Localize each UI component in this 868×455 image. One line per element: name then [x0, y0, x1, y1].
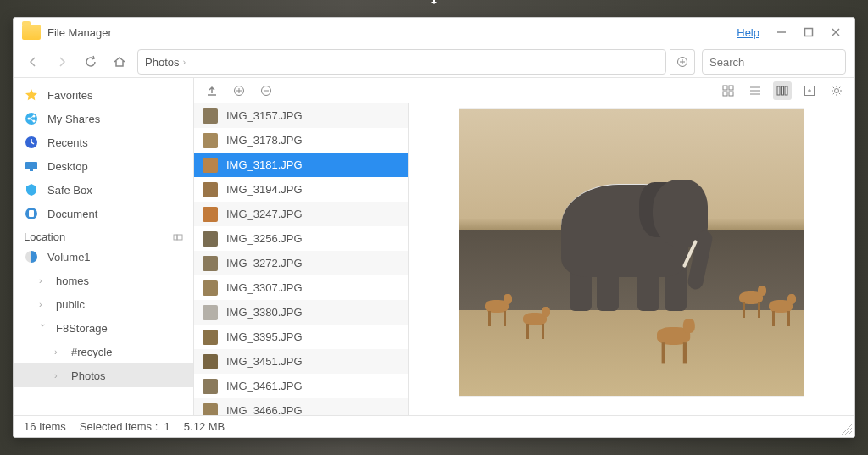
- svg-rect-21: [177, 235, 182, 240]
- file-thumbnail: [203, 182, 218, 197]
- back-button[interactable]: [22, 51, 44, 73]
- sidebar-item-desktop[interactable]: Desktop: [14, 154, 193, 178]
- sidebar-item-label: Desktop: [47, 160, 88, 173]
- file-name: IMG_3178.JPG: [226, 134, 303, 147]
- file-manager-window: File Manager Help Photos › Favorites: [13, 17, 855, 438]
- sidebar-item-homes[interactable]: › homes: [14, 269, 193, 292]
- file-name: IMG_3380.JPG: [226, 306, 303, 319]
- new-button[interactable]: [230, 81, 248, 100]
- sidebar-item-label: My Shares: [47, 113, 100, 125]
- breadcrumb-current[interactable]: Photos: [145, 56, 179, 69]
- file-name: IMG_3451.JPG: [226, 355, 303, 368]
- sidebar-item-document[interactable]: Document: [14, 202, 193, 225]
- file-row[interactable]: IMG_3256.JPG: [194, 226, 408, 251]
- home-button[interactable]: [108, 51, 131, 73]
- minimize-button[interactable]: [771, 22, 792, 42]
- file-list[interactable]: IMG_3157.JPGIMG_3178.JPGIMG_3181.JPGIMG_…: [194, 103, 409, 415]
- svg-point-9: [25, 113, 37, 125]
- sidebar-item-label: Recents: [47, 136, 88, 149]
- app-folder-icon: [22, 25, 41, 40]
- sidebar: Favorites My Shares Recents Desktop Safe…: [14, 78, 194, 415]
- svg-rect-37: [785, 86, 787, 95]
- search-box[interactable]: [702, 49, 846, 75]
- chevron-down-icon: ›: [38, 324, 48, 332]
- preview-pane: [409, 103, 854, 415]
- file-thumbnail: [203, 330, 218, 345]
- share-icon: [24, 111, 39, 126]
- sidebar-item-favorites[interactable]: Favorites: [14, 83, 193, 107]
- file-name: IMG_3256.JPG: [226, 232, 303, 245]
- file-name: IMG_3461.JPG: [226, 380, 303, 392]
- help-link[interactable]: Help: [737, 26, 760, 39]
- file-name: IMG_3247.JPG: [226, 208, 303, 220]
- new-tab-button[interactable]: [670, 49, 695, 75]
- file-name: IMG_3307.JPG: [226, 281, 303, 294]
- chevron-right-icon: ›: [54, 347, 63, 357]
- file-thumbnail: [203, 231, 218, 247]
- file-name: IMG_3272.JPG: [226, 257, 303, 269]
- preview-image[interactable]: [459, 108, 804, 397]
- file-thumbnail: [203, 108, 218, 124]
- file-row[interactable]: IMG_3181.JPG: [194, 153, 408, 177]
- file-row[interactable]: IMG_3247.JPG: [194, 202, 408, 226]
- file-row[interactable]: IMG_3380.JPG: [194, 300, 408, 325]
- maximize-button[interactable]: [798, 22, 819, 42]
- status-selected: Selected items : 1: [80, 420, 170, 433]
- content-toolbar: [194, 78, 854, 103]
- sidebar-item-label: Safe Box: [47, 184, 92, 197]
- file-thumbnail: [203, 379, 218, 394]
- svg-rect-35: [777, 86, 780, 95]
- file-row[interactable]: IMG_3157.JPG: [194, 103, 408, 128]
- file-row[interactable]: IMG_3272.JPG: [194, 251, 408, 275]
- sidebar-item-label: F8Storage: [56, 322, 108, 335]
- upload-button[interactable]: [203, 81, 221, 100]
- resize-handle-icon[interactable]: [841, 424, 853, 436]
- clock-icon: [24, 135, 39, 150]
- sidebar-item-label: homes: [56, 275, 89, 287]
- sidebar-item-public[interactable]: › public: [14, 292, 193, 316]
- chevron-right-icon: ›: [39, 299, 47, 309]
- add-panel-button[interactable]: [800, 81, 819, 100]
- file-name: IMG_3157.JPG: [226, 109, 303, 122]
- titlebar[interactable]: File Manager Help: [14, 18, 854, 47]
- file-row[interactable]: IMG_3178.JPG: [194, 128, 408, 153]
- search-input[interactable]: [709, 56, 852, 69]
- forward-button[interactable]: [51, 51, 73, 73]
- close-button[interactable]: [826, 22, 846, 42]
- file-row[interactable]: IMG_3194.JPG: [194, 177, 408, 202]
- sidebar-item-f8storage[interactable]: › F8Storage: [14, 316, 193, 340]
- file-row[interactable]: IMG_3395.JPG: [194, 325, 408, 349]
- file-thumbnail: [203, 305, 218, 320]
- sidebar-item-volume1[interactable]: Volume1: [14, 245, 193, 269]
- sidebar-item-myshares[interactable]: My Shares: [14, 107, 193, 130]
- svg-rect-31: [729, 92, 733, 96]
- sidebar-item-photos[interactable]: › Photos: [14, 363, 193, 387]
- status-bar: 16 Items Selected items : 1 5.12 MB: [14, 415, 854, 437]
- file-row[interactable]: IMG_3451.JPG: [194, 349, 408, 374]
- file-row[interactable]: IMG_3466.JPG: [194, 398, 408, 415]
- path-bar[interactable]: Photos ›: [137, 49, 666, 75]
- column-view-button[interactable]: [773, 81, 792, 100]
- star-icon: [24, 87, 39, 103]
- refresh-button[interactable]: [80, 51, 102, 73]
- chevron-right-icon: ›: [54, 370, 63, 380]
- document-icon: [24, 206, 39, 221]
- grid-view-button[interactable]: [719, 81, 737, 100]
- list-view-button[interactable]: [746, 81, 765, 100]
- file-row[interactable]: IMG_3307.JPG: [194, 275, 408, 300]
- file-row[interactable]: IMG_3461.JPG: [194, 374, 408, 398]
- sidebar-item-label: Document: [47, 208, 97, 220]
- sidebar-item-recents[interactable]: Recents: [14, 130, 193, 154]
- status-items-count: 16 Items: [24, 420, 66, 433]
- svg-point-41: [835, 88, 839, 92]
- file-name: IMG_3395.JPG: [226, 330, 303, 343]
- sidebar-item-label: Volume1: [47, 251, 91, 264]
- remove-button[interactable]: [257, 81, 275, 100]
- svg-rect-20: [174, 235, 177, 240]
- settings-button[interactable]: [827, 81, 846, 100]
- sidebar-item-recycle[interactable]: › #recycle: [14, 340, 193, 363]
- sidebar-item-label: Photos: [71, 369, 105, 382]
- sidebar-item-safebox[interactable]: Safe Box: [14, 178, 193, 202]
- status-size: 5.12 MB: [184, 420, 225, 433]
- collapse-icon[interactable]: [173, 232, 183, 242]
